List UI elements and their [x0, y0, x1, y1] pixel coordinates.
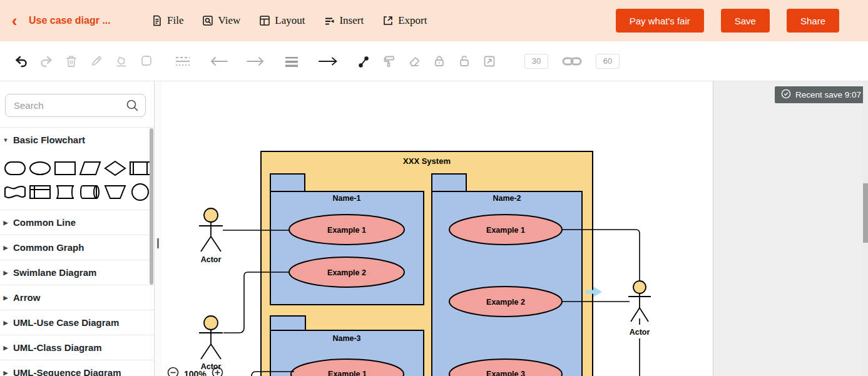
view-icon	[202, 15, 213, 26]
link-icon[interactable]	[559, 52, 585, 71]
section-common-line[interactable]: ▶ Common Line	[0, 210, 154, 235]
search-icon[interactable]	[126, 99, 139, 114]
arrow-right-icon[interactable]	[243, 52, 268, 71]
fill-color-icon[interactable]	[109, 52, 134, 71]
edit-icon[interactable]	[84, 52, 109, 71]
pay-whats-fair-button[interactable]: Pay what's fair	[616, 9, 704, 33]
edit-toolbar	[0, 41, 868, 81]
line-thickness-icon[interactable]	[279, 52, 304, 71]
menu-insert[interactable]: Insert	[324, 14, 364, 27]
check-circle-icon	[781, 89, 791, 101]
shape-manual-operation[interactable]	[104, 181, 126, 202]
connector-type-icon[interactable]	[352, 52, 377, 71]
zoom-control: 100%	[167, 367, 223, 376]
chevron-right-icon: ▶	[3, 295, 9, 301]
menu-file[interactable]: File	[151, 14, 183, 27]
zoom-out-icon[interactable]	[167, 367, 179, 376]
recent-save-label: Recent save 9:07	[795, 90, 861, 99]
save-button[interactable]: Save	[721, 9, 770, 33]
menu-bar: File View Layout Insert Export	[151, 14, 427, 27]
shape-internal-storage[interactable]	[29, 181, 51, 202]
share-button[interactable]: Share	[787, 9, 839, 33]
spacing-input[interactable]	[524, 54, 548, 69]
menu-view-label: View	[218, 14, 240, 27]
shape-circle[interactable]	[129, 181, 151, 202]
sidebar-scrollbar[interactable]	[150, 128, 153, 285]
search-box	[5, 94, 145, 117]
shape-library-panel: ▼ Basic Flowchart ▶ Common Line ▶ Common…	[0, 81, 155, 376]
shape-ellipse[interactable]	[29, 158, 51, 178]
recent-save-badge: Recent save 9:07	[775, 86, 867, 103]
section-label: Arrow	[13, 292, 40, 303]
scrollbar-thumb[interactable]	[863, 183, 868, 243]
export-icon	[382, 15, 394, 26]
chevron-right-icon: ▶	[3, 370, 9, 376]
section-basic-flowchart[interactable]: ▼ Basic Flowchart	[0, 127, 154, 152]
use-case-diagram: XXX System Name-1 Example 1 Example 2 Na…	[162, 81, 713, 376]
actor-2[interactable]: Actor	[199, 316, 223, 371]
menu-layout-label: Layout	[275, 14, 305, 27]
resize-icon[interactable]	[477, 52, 502, 71]
package-title: Name-1	[332, 194, 360, 203]
chevron-right-icon: ▶	[3, 345, 9, 351]
shape-rounded-rectangle[interactable]	[4, 158, 26, 178]
section-uml-sequence-diagram[interactable]: ▶ UML-Sequence Diagram	[0, 360, 154, 376]
panel-resize-handle[interactable]	[157, 238, 160, 248]
shape-rectangle[interactable]	[54, 158, 76, 178]
eraser-icon[interactable]	[402, 52, 427, 71]
shape-stored-data[interactable]	[79, 181, 101, 202]
document-title[interactable]: Use case diagr ...	[29, 15, 123, 26]
zoom-in-icon[interactable]	[212, 367, 223, 376]
section-uml-use-case-diagram[interactable]: ▶ UML-Use Case Diagram	[0, 310, 154, 335]
menu-export[interactable]: Export	[382, 14, 427, 27]
arrow-left-icon[interactable]	[207, 52, 232, 71]
section-swimlane-diagram[interactable]: ▶ Swimlane Diagram	[0, 260, 154, 285]
unlock-icon[interactable]	[452, 52, 477, 71]
section-label: Swimlane Diagram	[13, 267, 96, 278]
package-name-2[interactable]: Name-2 Example 1 Example 2 Example 3	[432, 174, 582, 376]
actor-3[interactable]: Actor	[628, 281, 651, 337]
use-case-label: Example 2	[327, 268, 366, 277]
lock-icon[interactable]	[427, 52, 452, 71]
shape-delay[interactable]	[54, 181, 76, 202]
arrow-type-icon[interactable]	[315, 52, 340, 71]
canvas-vertical-scrollbar[interactable]	[863, 81, 868, 376]
actor-1[interactable]: Actor	[199, 208, 223, 264]
section-common-graph[interactable]: ▶ Common Graph	[0, 235, 154, 260]
line-style-icon[interactable]	[170, 52, 195, 71]
header-bar: ‹ Use case diagr ... File View Layout In…	[0, 0, 868, 41]
back-button[interactable]: ‹	[0, 13, 29, 29]
diagram-canvas[interactable]: XXX System Name-1 Example 1 Example 2 Na…	[162, 81, 713, 376]
system-title[interactable]: XXX System	[403, 156, 451, 166]
use-case-label: Example 1	[486, 226, 525, 235]
file-icon	[151, 15, 163, 26]
section-arrow[interactable]: ▶ Arrow	[0, 285, 154, 310]
shape-parallelogram[interactable]	[79, 158, 101, 178]
length-input[interactable]	[596, 54, 620, 69]
menu-insert-label: Insert	[339, 14, 364, 27]
menu-layout[interactable]: Layout	[259, 14, 305, 27]
chevron-down-icon: ▼	[3, 137, 9, 143]
package-name-1[interactable]: Name-1 Example 1 Example 2	[270, 174, 424, 305]
undo-icon[interactable]	[9, 52, 34, 71]
section-label: Basic Flowchart	[13, 135, 85, 145]
shape-diamond[interactable]	[104, 158, 126, 178]
delete-icon[interactable]	[59, 52, 84, 71]
chevron-right-icon: ▶	[3, 270, 9, 276]
shape-palette	[0, 152, 154, 210]
canvas-outside-area: Recent save 9:07	[713, 81, 868, 376]
chevron-right-icon: ▶	[3, 245, 9, 251]
menu-view[interactable]: View	[202, 14, 240, 27]
shape-style-icon[interactable]	[134, 52, 159, 71]
panel-resize-gutter	[155, 81, 162, 376]
redo-icon[interactable]	[34, 52, 59, 71]
section-label: Common Graph	[13, 242, 84, 253]
package-title: Name-2	[493, 194, 521, 203]
shape-predefined-process[interactable]	[129, 158, 151, 178]
menu-export-label: Export	[398, 14, 427, 27]
actor-label: Actor	[630, 328, 650, 337]
search-input[interactable]	[5, 94, 146, 117]
shape-wave-document[interactable]	[4, 181, 26, 202]
section-uml-class-diagram[interactable]: ▶ UML-Class Diagram	[0, 335, 154, 360]
format-paint-icon[interactable]	[377, 52, 402, 71]
